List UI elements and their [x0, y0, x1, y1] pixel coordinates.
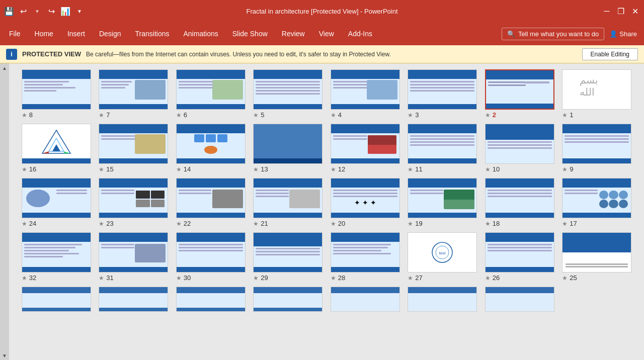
- slide-item-12[interactable]: ★ 12: [328, 124, 403, 173]
- slide-thumb-13[interactable]: [253, 124, 323, 164]
- slide-thumb-4[interactable]: [331, 69, 400, 110]
- slide-thumb-18[interactable]: [485, 178, 554, 218]
- slide-item-24[interactable]: ★ 24: [19, 178, 94, 227]
- slide-item-30[interactable]: ★ 30: [174, 232, 248, 282]
- slide-item-19[interactable]: ★ 19: [406, 178, 480, 227]
- slide-thumb-30[interactable]: [176, 232, 246, 273]
- slide-item-14[interactable]: ★ 14: [174, 124, 248, 173]
- slide-thumb-27[interactable]: text: [408, 232, 477, 273]
- slide-item-1[interactable]: بسم الله ★ 1: [560, 69, 634, 119]
- tab-view[interactable]: View: [312, 27, 341, 41]
- slide-thumb-28[interactable]: [331, 232, 400, 273]
- slide-item-21[interactable]: ★ 21: [251, 178, 326, 227]
- slide-item-37[interactable]: [328, 287, 403, 312]
- slide-thumb-34[interactable]: [99, 287, 168, 312]
- tab-animations[interactable]: Animations: [176, 27, 225, 41]
- slide-item-34[interactable]: [97, 287, 171, 312]
- slide-thumb-37[interactable]: [331, 287, 400, 312]
- slide-thumb-16[interactable]: [22, 124, 91, 164]
- tab-home[interactable]: Home: [28, 27, 60, 41]
- slide-thumb-11[interactable]: [408, 124, 477, 164]
- slide-item-6[interactable]: ★ 6: [174, 69, 248, 119]
- slide-item-2[interactable]: ★ 2: [482, 69, 557, 119]
- slide-thumb-8[interactable]: [22, 69, 91, 110]
- slide-thumb-17[interactable]: [562, 178, 631, 218]
- slide-thumb-14[interactable]: [176, 124, 246, 164]
- presentation-icon[interactable]: 📊: [60, 6, 70, 16]
- slide-item-4[interactable]: ★ 4: [328, 69, 403, 119]
- slide-thumb-31[interactable]: [99, 232, 168, 273]
- slide-thumb-25[interactable]: [562, 232, 631, 273]
- slide-thumb-35[interactable]: [176, 287, 246, 312]
- slide-thumb-7[interactable]: [99, 69, 168, 110]
- slide-item-23[interactable]: ★ 23: [97, 178, 171, 227]
- slide-item-3[interactable]: ★ 3: [406, 69, 480, 119]
- slide-item-17[interactable]: ★ 17: [560, 178, 634, 227]
- redo-icon[interactable]: ↪: [46, 6, 56, 16]
- slide-thumb-39[interactable]: [485, 287, 554, 312]
- slide-thumb-1[interactable]: بسم الله: [562, 69, 631, 110]
- slide-item-28[interactable]: ★ 28: [328, 232, 403, 282]
- scroll-up-arrow[interactable]: ▲: [0, 63, 9, 72]
- slide-item-11[interactable]: ★ 11: [406, 124, 480, 173]
- slide-item-10[interactable]: ★ 10: [482, 124, 557, 173]
- slide-thumb-3[interactable]: [408, 69, 477, 110]
- slide-item-26[interactable]: ★ 26: [482, 232, 557, 282]
- tab-file[interactable]: File: [2, 27, 28, 41]
- tab-review[interactable]: Review: [275, 27, 312, 41]
- slide-item-38[interactable]: [406, 287, 480, 312]
- slide-thumb-21[interactable]: [253, 178, 323, 218]
- slide-thumb-29[interactable]: [253, 232, 323, 273]
- undo-icon[interactable]: ↩: [18, 6, 28, 16]
- slide-item-8[interactable]: ★ 8: [19, 69, 94, 119]
- scroll-down-arrow[interactable]: ▼: [0, 351, 9, 360]
- enable-editing-button[interactable]: Enable Editing: [582, 48, 638, 60]
- slide-thumb-10[interactable]: [485, 124, 554, 164]
- minimize-icon[interactable]: ─: [602, 6, 612, 16]
- slide-thumb-32[interactable]: [22, 232, 91, 273]
- slide-item-31[interactable]: ★ 31: [97, 232, 171, 282]
- slide-item-5[interactable]: ★ 5: [251, 69, 326, 119]
- slide-thumb-5[interactable]: [253, 69, 323, 110]
- close-icon[interactable]: ✕: [630, 6, 640, 16]
- tab-addins[interactable]: Add-Ins: [341, 27, 379, 41]
- slide-thumb-38[interactable]: [408, 287, 477, 312]
- save-icon[interactable]: 💾: [4, 6, 14, 16]
- slide-thumb-19[interactable]: [408, 178, 477, 218]
- slide-thumb-2[interactable]: [485, 69, 554, 110]
- slide-item-9[interactable]: ★ 9: [560, 124, 634, 173]
- slide-thumb-12[interactable]: [331, 124, 400, 164]
- slide-item-16[interactable]: ★ 16: [19, 124, 94, 173]
- slide-item-29[interactable]: ★ 29: [251, 232, 326, 282]
- slide-item-27[interactable]: text ★ 27: [406, 232, 480, 282]
- slide-thumb-22[interactable]: [176, 178, 246, 218]
- slide-thumb-33[interactable]: [22, 287, 91, 312]
- tab-design[interactable]: Design: [92, 27, 128, 41]
- slide-item-13[interactable]: ★ 13: [251, 124, 326, 173]
- slide-item-25[interactable]: ★ 25: [560, 232, 634, 282]
- slide-thumb-23[interactable]: [99, 178, 168, 218]
- slide-thumb-20[interactable]: ✦ ✦ ✦: [331, 178, 400, 218]
- slide-thumb-15[interactable]: [99, 124, 168, 164]
- slide-item-33[interactable]: [19, 287, 94, 312]
- slide-thumb-9[interactable]: [562, 124, 631, 164]
- slide-item-7[interactable]: ★ 7: [97, 69, 171, 119]
- slide-item-35[interactable]: [174, 287, 248, 312]
- left-scrollbar[interactable]: ▲ ▼: [0, 63, 9, 360]
- slide-thumb-6[interactable]: [176, 69, 246, 110]
- tab-transitions[interactable]: Transitions: [128, 27, 177, 41]
- slide-item-39[interactable]: [482, 287, 557, 312]
- slide-thumb-36[interactable]: [253, 287, 323, 312]
- customize-arrow[interactable]: ▼: [74, 6, 85, 16]
- search-box[interactable]: 🔍 Tell me what you want to do: [502, 28, 604, 40]
- slide-item-18[interactable]: ★ 18: [482, 178, 557, 227]
- slide-item-22[interactable]: ★ 22: [174, 178, 248, 227]
- slide-item-32[interactable]: ★ 32: [19, 232, 94, 282]
- restore-icon[interactable]: ❐: [616, 6, 626, 16]
- share-button[interactable]: 👤 Share: [604, 28, 642, 40]
- slide-item-20[interactable]: ✦ ✦ ✦ ★ 20: [328, 178, 403, 227]
- slide-item-15[interactable]: ★ 15: [97, 124, 171, 173]
- tab-insert[interactable]: Insert: [60, 27, 92, 41]
- slide-thumb-26[interactable]: [485, 232, 554, 273]
- tab-slideshow[interactable]: Slide Show: [225, 27, 275, 41]
